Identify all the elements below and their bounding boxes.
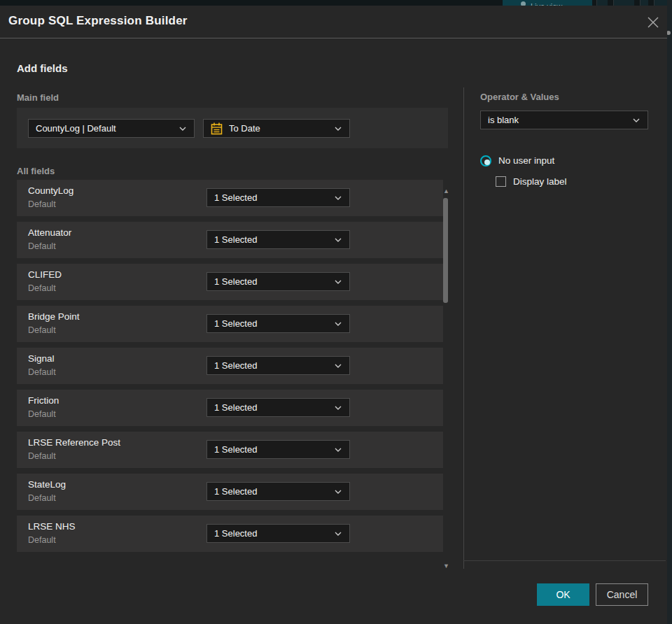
right-panel-bottom-border xyxy=(463,560,666,561)
field-subtitle: Default xyxy=(28,199,56,209)
chevron-down-icon xyxy=(178,126,187,132)
field-subtitle: Default xyxy=(28,409,56,419)
field-row: LRSE Reference Post Default 1 Selected xyxy=(17,432,443,468)
field-values-select[interactable]: 1 Selected xyxy=(206,272,350,291)
field-values-select-value: 1 Selected xyxy=(214,402,334,413)
field-values-select-value: 1 Selected xyxy=(214,318,334,329)
display-label-checkbox[interactable]: Display label xyxy=(496,176,650,190)
field-row: Attenuator Default 1 Selected xyxy=(17,222,443,258)
field-name: LRSE NHS xyxy=(28,521,76,532)
field-values-select-value: 1 Selected xyxy=(214,528,334,539)
scrollbar-up-icon[interactable]: ▲ xyxy=(443,188,449,194)
ok-button[interactable]: OK xyxy=(537,583,589,606)
chevron-down-icon xyxy=(334,363,342,369)
main-field-type-select[interactable]: To Date xyxy=(203,119,350,138)
field-row: Friction Default 1 Selected xyxy=(17,390,443,426)
background-toolbar-button xyxy=(596,0,608,6)
main-field-type-value: To Date xyxy=(229,123,334,134)
field-values-select[interactable]: 1 Selected xyxy=(206,398,350,417)
field-values-select-value: 1 Selected xyxy=(214,276,334,287)
chevron-down-icon xyxy=(334,237,342,243)
checkbox-icon xyxy=(496,176,506,187)
field-values-select[interactable]: 1 Selected xyxy=(206,188,350,207)
field-row: StateLog Default 1 Selected xyxy=(17,474,443,510)
chevron-down-icon xyxy=(334,321,342,327)
main-field-select-value: CountyLog | Default xyxy=(36,123,178,134)
field-values-select-value: 1 Selected xyxy=(214,234,334,245)
field-name: CountyLog xyxy=(28,185,74,196)
field-row: CountyLog Default 1 Selected xyxy=(17,180,443,216)
field-values-select-value: 1 Selected xyxy=(214,360,334,371)
list-scrollbar[interactable]: ▲ ▼ xyxy=(442,185,450,572)
field-values-select-value: 1 Selected xyxy=(214,486,334,497)
field-name: StateLog xyxy=(28,479,66,490)
field-row: LRSE NHS Default 1 Selected xyxy=(17,516,443,552)
field-subtitle: Default xyxy=(28,493,56,503)
field-name: LRSE Reference Post xyxy=(28,437,120,448)
scrollbar-down-icon[interactable]: ▼ xyxy=(443,563,449,569)
field-subtitle: Default xyxy=(28,535,56,545)
field-values-select[interactable]: 1 Selected xyxy=(206,524,350,543)
field-subtitle: Default xyxy=(28,283,56,293)
main-field-label: Main field xyxy=(17,92,59,103)
field-name: Attenuator xyxy=(28,227,71,238)
field-subtitle: Default xyxy=(28,367,56,377)
main-field-panel: CountyLog | Default To Date xyxy=(17,108,448,148)
field-values-select[interactable]: 1 Selected xyxy=(206,440,350,459)
field-subtitle: Default xyxy=(28,241,56,251)
chevron-down-icon xyxy=(334,489,342,495)
dialog-header: Group SQL Expression Builder xyxy=(0,6,667,38)
group-sql-expression-builder-dialog: Group SQL Expression Builder Add fields … xyxy=(0,6,667,624)
display-label-text: Display label xyxy=(513,176,567,187)
close-icon[interactable] xyxy=(644,13,662,31)
all-fields-label: All fields xyxy=(17,166,55,176)
all-fields-list: CountyLog Default 1 Selected Attenuator … xyxy=(17,180,443,567)
chevron-down-icon xyxy=(334,405,342,411)
chevron-down-icon xyxy=(334,126,342,132)
field-values-select[interactable]: 1 Selected xyxy=(206,482,350,501)
field-name: CLIFED xyxy=(28,269,62,280)
add-fields-heading: Add fields xyxy=(17,62,68,74)
field-name: Signal xyxy=(28,353,55,364)
calendar-icon xyxy=(211,122,223,135)
field-name: Friction xyxy=(28,395,59,406)
chevron-down-icon xyxy=(334,531,342,537)
dialog-title: Group SQL Expression Builder xyxy=(8,14,188,28)
column-divider xyxy=(463,87,464,569)
chevron-down-icon xyxy=(334,447,342,453)
field-values-select[interactable]: 1 Selected xyxy=(206,230,350,249)
no-user-input-radio[interactable]: No user input xyxy=(480,155,648,169)
background-topbar: Live view xyxy=(0,0,672,6)
field-name: Bridge Point xyxy=(28,311,80,322)
field-values-select-value: 1 Selected xyxy=(214,444,334,455)
field-values-select[interactable]: 1 Selected xyxy=(206,314,350,333)
field-values-select[interactable]: 1 Selected xyxy=(206,356,350,375)
background-toolbar-button xyxy=(640,0,648,6)
chevron-down-icon xyxy=(334,279,342,285)
live-view-button[interactable]: Live view xyxy=(503,0,592,6)
scrollbar-thumb[interactable] xyxy=(443,198,448,303)
background-right-strip xyxy=(667,0,672,624)
cancel-button[interactable]: Cancel xyxy=(596,583,648,606)
field-subtitle: Default xyxy=(28,325,56,335)
no-user-input-label: No user input xyxy=(498,155,554,166)
operator-select[interactable]: is blank xyxy=(480,111,648,129)
main-field-select[interactable]: CountyLog | Default xyxy=(28,119,195,138)
field-row: CLIFED Default 1 Selected xyxy=(17,264,443,300)
radio-icon xyxy=(480,155,491,166)
field-subtitle: Default xyxy=(28,451,56,461)
operator-select-value: is blank xyxy=(488,115,632,125)
field-row: Bridge Point Default 1 Selected xyxy=(17,306,443,342)
background-toolbar-button xyxy=(613,0,634,6)
chevron-down-icon xyxy=(334,195,342,201)
chevron-down-icon xyxy=(632,118,640,123)
live-view-label: Live view xyxy=(531,1,562,6)
operator-values-label: Operator & Values xyxy=(480,92,559,102)
field-values-select-value: 1 Selected xyxy=(214,192,334,203)
field-row: Signal Default 1 Selected xyxy=(17,348,443,384)
